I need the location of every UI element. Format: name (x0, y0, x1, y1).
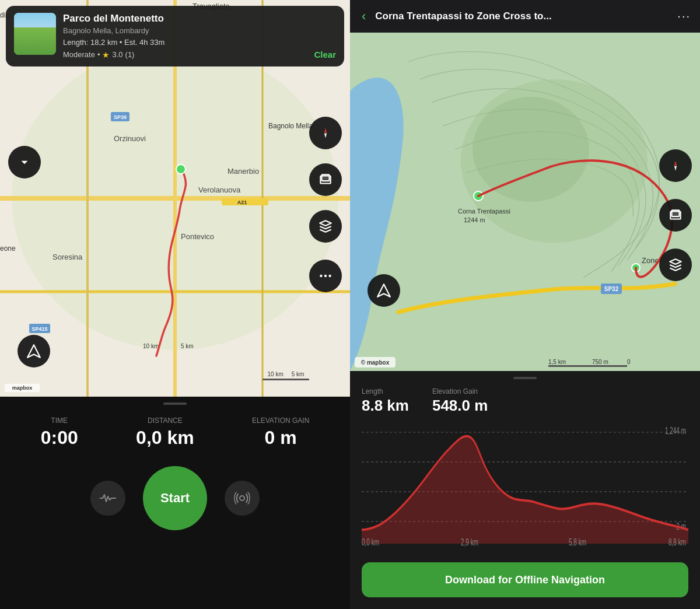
rating-value: 3.0 (112, 50, 123, 59)
svg-text:eone: eone (0, 244, 16, 253)
navigate-icon (26, 344, 41, 359)
svg-text:Orzinuovi: Orzinuovi (114, 134, 146, 143)
more-button[interactable] (309, 260, 342, 292)
trail-location: Bagnolo Mella, Lombardy (63, 26, 336, 35)
distance-stat: Distance 0,0 km (136, 416, 194, 449)
svg-text:5,8 km: 5,8 km (569, 537, 586, 548)
trail-thumbnail (14, 13, 56, 55)
drag-handle[interactable] (163, 402, 187, 405)
svg-text:2,9 km: 2,9 km (461, 537, 478, 548)
mapbox-attribution: mapbox (5, 384, 40, 392)
right-stack-icon (668, 257, 683, 272)
scale-5km: 5 km (292, 371, 304, 377)
scale-10km: 10 km (268, 371, 284, 377)
svg-text:1,5 km: 1,5 km (548, 359, 566, 365)
activity-button[interactable] (90, 481, 125, 516)
svg-text:Verolanuova: Verolanuova (198, 186, 241, 194)
right-compass-button[interactable] (659, 149, 692, 182)
broadcast-button[interactable] (225, 481, 260, 516)
time-value: 0:00 (41, 427, 78, 449)
map-layers-button[interactable] (309, 163, 342, 196)
scale-bar: 10 km 5 km (262, 371, 309, 380)
trail-rating-row: Moderate • ★ 3.0 (1) Clear (63, 50, 336, 60)
route-header: ‹ Corna Trentapassi to Zone Cross to... … (350, 0, 700, 33)
svg-text:Soresina: Soresina (52, 253, 83, 261)
svg-rect-28 (322, 174, 330, 181)
svg-point-36 (473, 97, 589, 202)
svg-text:1,244 m: 1,244 m (665, 426, 686, 436)
time-label: Time (41, 416, 78, 425)
header-more-button[interactable]: ··· (677, 9, 691, 23)
svg-text:SP32: SP32 (604, 286, 619, 292)
clear-button[interactable]: Clear (314, 50, 336, 60)
svg-point-33 (240, 496, 244, 501)
route-length-stat: Length 8.8 km (362, 387, 409, 415)
back-button[interactable]: ‹ (359, 9, 368, 24)
svg-text:Bagnolo Mella: Bagnolo Mella (268, 122, 313, 130)
tracking-stats: Time 0:00 Distance 0,0 km Elevation gain… (12, 416, 338, 449)
route-length-label: Length (362, 387, 409, 396)
left-bottom-panel: Time 0:00 Distance 0,0 km Elevation gain… (0, 397, 350, 609)
right-stack-button[interactable] (659, 249, 692, 281)
route-details-panel: Length 8.8 km Elevation Gain 548.0 m 1,2… (350, 371, 700, 609)
elevation-chart: 1,244 m 2 m 0,0 km 2,9 km 5,8 km 8,8 km (362, 423, 688, 553)
svg-point-30 (324, 275, 327, 277)
route-title: Corna Trentapassi to Zone Cross to... (375, 10, 670, 22)
svg-marker-25 (324, 128, 327, 133)
left-map: A21 SP39 SP415 Orzinuovi Soresina Pontev… (0, 0, 350, 397)
scale-line (262, 379, 309, 380)
start-button[interactable]: Start (143, 466, 207, 530)
collapse-button[interactable] (8, 146, 41, 178)
rating-count: (1) (125, 50, 135, 59)
svg-text:SP415: SP415 (32, 326, 47, 332)
download-offline-button[interactable]: Download for Offline Navigation (362, 562, 688, 597)
compass-button[interactable] (309, 117, 342, 149)
bullet: • (97, 50, 100, 59)
svg-point-29 (320, 275, 322, 277)
trail-stats: Length: 18,2 km • Est. 4h 33m (63, 38, 336, 47)
navigate-button[interactable] (18, 335, 50, 368)
svg-marker-51 (674, 160, 677, 166)
compass-icon (318, 125, 333, 141)
mapbox-logo: mapbox (5, 384, 40, 392)
svg-text:5 km: 5 km (181, 343, 194, 349)
right-panel: ‹ Corna Trentapassi to Zone Cross to... … (350, 0, 700, 609)
right-drag-handle[interactable] (513, 377, 537, 379)
star-icon: ★ (102, 50, 110, 60)
elevation-stat: Elevation gain 0 m (252, 416, 309, 449)
right-navigate-icon (376, 283, 391, 298)
route-elevation-stat: Elevation Gain 548.0 m (432, 387, 488, 415)
svg-text:Corna Trentapassi: Corna Trentapassi (458, 208, 510, 215)
svg-text:750 m: 750 m (592, 359, 608, 365)
svg-text:SP39: SP39 (114, 114, 127, 120)
stack-icon (318, 219, 333, 234)
right-layers-button[interactable] (659, 199, 692, 232)
svg-marker-55 (377, 284, 390, 297)
svg-text:Manerbio: Manerbio (228, 167, 259, 176)
activity-icon (100, 493, 116, 503)
route-elevation-value: 548.0 m (432, 397, 488, 415)
broadcast-icon (234, 490, 250, 506)
route-stats: Length 8.8 km Elevation Gain 548.0 m (362, 387, 688, 415)
chevron-down-icon (17, 155, 32, 170)
left-panel: A21 SP39 SP415 Orzinuovi Soresina Pontev… (0, 0, 350, 609)
recording-controls: Start (90, 466, 260, 530)
right-navigate-button[interactable] (368, 274, 400, 307)
svg-text:1244 m: 1244 m (464, 216, 485, 223)
more-icon (318, 268, 333, 284)
route-length-value: 8.8 km (362, 397, 409, 415)
svg-marker-26 (324, 133, 327, 138)
svg-text:A21: A21 (237, 200, 247, 205)
svg-text:Pontevico: Pontevico (181, 232, 214, 241)
layers-icon (318, 172, 333, 187)
trail-rating: Moderate • ★ 3.0 (1) (63, 50, 134, 60)
difficulty-label: Moderate (63, 50, 95, 59)
svg-rect-49 (548, 365, 627, 367)
svg-text:10 km: 10 km (143, 343, 159, 349)
right-layers-icon (668, 208, 683, 223)
svg-text:0,0 km: 0,0 km (362, 537, 379, 548)
stack-button[interactable] (309, 210, 342, 243)
info-card: Parco del Montenetto Bagnolo Mella, Lomb… (6, 6, 344, 66)
svg-point-31 (328, 275, 331, 277)
svg-text:8,8 km: 8,8 km (668, 537, 686, 548)
